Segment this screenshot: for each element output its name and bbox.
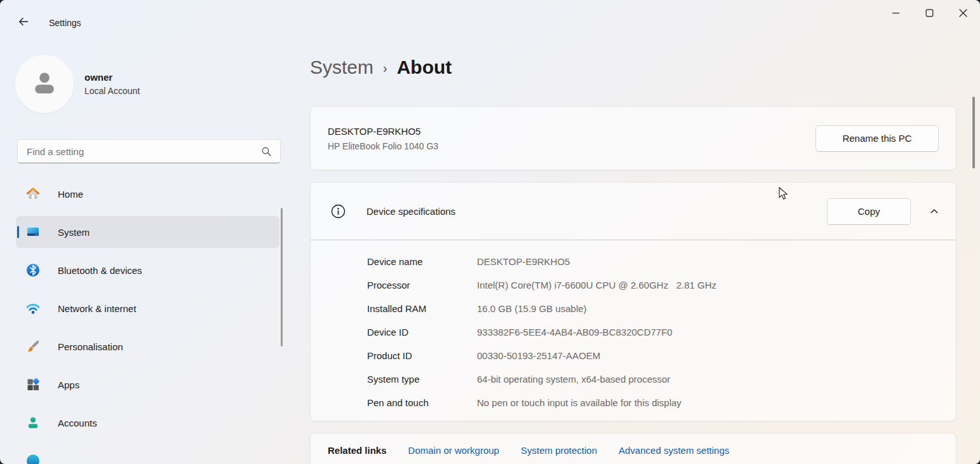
sidebar-item-system[interactable]: System [16, 216, 279, 248]
account-text: owner Local Account [84, 72, 140, 96]
spec-row-device-id: Device ID 933382F6-5EE4-4AB4-AB09-BC8320… [367, 320, 956, 344]
sidebar-item-network-internet[interactable]: Network & internet [16, 292, 279, 324]
spec-value: 64-bit operating system, x64-based proce… [477, 374, 670, 385]
related-links-card: Related links Domain or workgroup System… [310, 433, 957, 464]
link-advanced-system-settings[interactable]: Advanced system settings [619, 445, 729, 456]
spec-label: Installed RAM [367, 303, 477, 314]
spec-row-product-id: Product ID 00330-50193-25147-AAOEM [367, 344, 956, 367]
maximize-button[interactable] [913, 0, 946, 28]
search-box[interactable] [17, 139, 281, 163]
sidebar-item-label: Apps [58, 379, 79, 390]
account-type: Local Account [84, 86, 140, 96]
spec-label: Device name [367, 256, 477, 267]
device-specifications-body: Device name DESKTOP-E9RKHO5 Processor In… [310, 240, 957, 421]
search-input[interactable] [18, 140, 261, 163]
spec-value: 16.0 GB (15.9 GB usable) [477, 303, 587, 314]
minimize-button[interactable] [879, 0, 913, 28]
sidebar-item-home[interactable]: Home [16, 178, 279, 210]
device-specifications-header[interactable]: Device specifications Copy [310, 182, 957, 240]
sidebar-item-label: System [58, 227, 90, 238]
avatar [15, 55, 74, 113]
back-button[interactable] [14, 14, 33, 32]
sidebar-item-personalisation[interactable]: Personalisation [16, 331, 279, 362]
apps-icon [25, 377, 41, 392]
account-section: owner Local Account [15, 55, 140, 113]
maximize-icon [925, 8, 934, 20]
spec-row-pen-and-touch: Pen and touch No pen or touch input is a… [367, 391, 956, 414]
settings-window: Settings owne [0, 0, 980, 464]
sidebar-item-label: Bluetooth & devices [58, 265, 142, 276]
sidebar-item-label: Personalisation [58, 341, 123, 352]
spec-label: Product ID [367, 350, 477, 361]
copy-button[interactable]: Copy [827, 198, 911, 225]
paintbrush-icon [25, 339, 41, 354]
sidebar-item-bluetooth-devices[interactable]: Bluetooth & devices [16, 254, 279, 286]
sidebar-item-label: Home [58, 189, 83, 200]
close-button[interactable] [946, 0, 980, 28]
spec-value: 933382F6-5EE4-4AB4-AB09-BC8320CD77F0 [477, 327, 673, 338]
device-model: HP EliteBook Folio 1040 G3 [328, 141, 438, 151]
chevron-up-icon [929, 207, 939, 217]
window-controls [879, 0, 980, 28]
home-icon [25, 186, 41, 201]
sidebar-item-accounts[interactable]: Accounts [16, 407, 279, 439]
bluetooth-icon [25, 263, 41, 278]
link-domain-or-workgroup[interactable]: Domain or workgroup [408, 445, 499, 456]
link-system-protection[interactable]: System protection [521, 445, 597, 456]
sidebar-item-partial[interactable] [16, 445, 279, 464]
wifi-icon [25, 301, 41, 316]
globe-icon [25, 453, 41, 464]
related-links-title: Related links [328, 445, 387, 456]
person-avatar-icon [30, 69, 58, 99]
search-icon[interactable] [261, 146, 272, 157]
rename-pc-button[interactable]: Rename this PC [816, 125, 939, 152]
spec-value: 00330-50193-25147-AAOEM [477, 350, 600, 361]
close-icon [959, 8, 967, 20]
page-title: About [397, 57, 452, 78]
breadcrumb: System › About [310, 57, 452, 78]
sidebar-item-apps[interactable]: Apps [16, 369, 279, 400]
back-arrow-icon [17, 15, 30, 31]
spec-row-system-type: System type 64-bit operating system, x64… [367, 367, 956, 391]
spec-row-device-name: Device name DESKTOP-E9RKHO5 [367, 250, 956, 273]
spec-value: No pen or touch input is available for t… [477, 397, 681, 408]
chevron-right-icon: › [383, 59, 387, 76]
sidebar-item-label: Accounts [58, 418, 97, 428]
device-name: DESKTOP-E9RKHO5 [328, 126, 438, 137]
spec-value: DESKTOP-E9RKHO5 [477, 256, 570, 267]
spec-label: Device ID [367, 327, 477, 338]
system-icon [25, 224, 41, 240]
spec-label: Pen and touch [367, 397, 477, 408]
info-icon [331, 204, 346, 219]
device-name-block: DESKTOP-E9RKHO5 HP EliteBook Folio 1040 … [328, 126, 438, 151]
spec-row-processor: Processor Intel(R) Core(TM) i7-6600U CPU… [367, 273, 956, 297]
collapse-expander-button[interactable] [922, 199, 947, 224]
sidebar-item-label: Network & internet [58, 303, 136, 314]
device-specifications-title: Device specifications [366, 206, 455, 217]
account-name: owner [84, 72, 140, 83]
spec-value: Intel(R) Core(TM) i7-6600U CPU @ 2.60GHz… [477, 280, 716, 290]
spec-label: Processor [367, 280, 477, 290]
main-scrollbar[interactable] [972, 97, 975, 168]
minimize-icon [892, 8, 900, 20]
app-title: Settings [49, 18, 81, 28]
device-name-card: DESKTOP-E9RKHO5 HP EliteBook Folio 1040 … [310, 106, 957, 170]
sidebar-scrollbar[interactable] [281, 208, 283, 346]
breadcrumb-parent[interactable]: System [310, 57, 373, 78]
sidebar-nav: Home System Bl [16, 178, 279, 464]
spec-row-installed-ram: Installed RAM 16.0 GB (15.9 GB usable) [367, 297, 956, 320]
spec-label: System type [367, 374, 477, 385]
person-icon [25, 415, 41, 430]
